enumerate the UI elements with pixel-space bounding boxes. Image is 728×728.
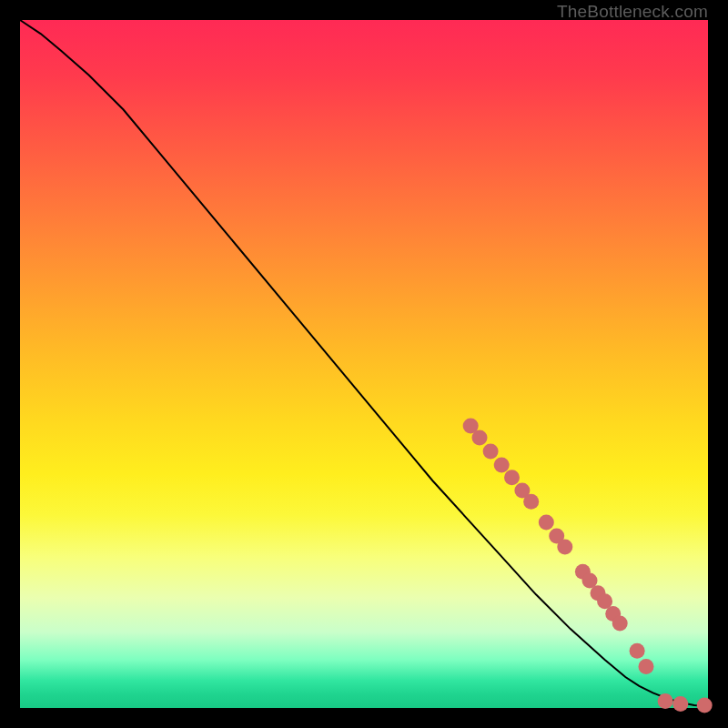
marker-group [463,419,713,713]
data-marker [639,659,654,674]
watermark-text: TheBottleneck.com [557,2,708,22]
chart-frame: TheBottleneck.com [0,0,728,728]
data-marker [557,540,572,555]
data-marker [630,643,645,659]
data-marker [539,514,554,530]
chart-overlay [20,20,708,708]
data-marker [483,444,499,460]
data-marker [472,430,488,445]
data-marker [672,696,688,712]
data-marker [612,616,628,632]
data-marker [697,698,713,713]
data-marker [658,693,673,709]
data-marker [504,470,520,485]
data-marker [494,458,510,473]
data-marker [523,494,539,510]
